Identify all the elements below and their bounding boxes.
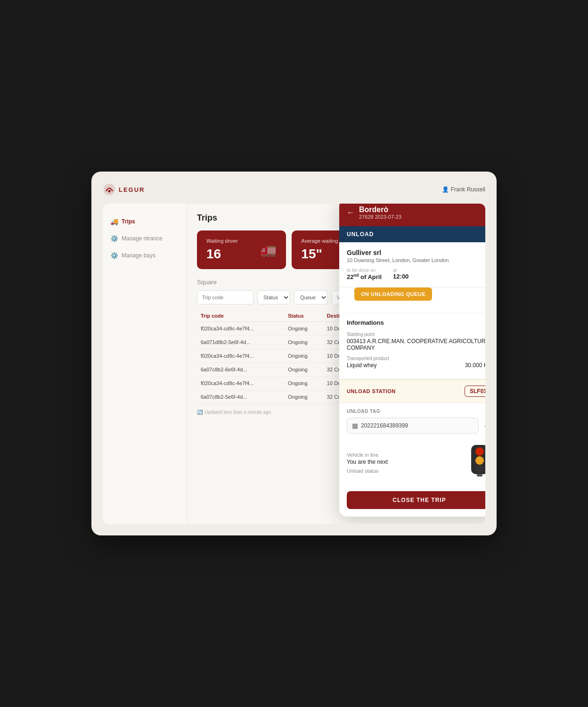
trip-code-input[interactable]	[197, 290, 253, 304]
informations-label: Informations	[347, 319, 384, 326]
company-name: Gulliver srl	[347, 249, 449, 256]
barcode-display: ▦ 202221684389399	[347, 418, 479, 434]
transported-product-label: Transported product	[347, 356, 485, 361]
cell-status: Ongoing	[284, 322, 323, 336]
time-label: at	[393, 268, 408, 273]
bordero-title: Borderò	[359, 206, 401, 214]
informations-section: Informations ∨ Starting point 003413 A.R…	[339, 313, 485, 379]
user-name: Frank Russell	[451, 186, 485, 193]
stat-card-waiting-driver: Waiting driver 16 🚛	[197, 230, 286, 269]
trips-icon: 🚚	[110, 218, 118, 225]
refresh-icon: 🔄	[197, 410, 203, 415]
cell-code: f020ca34-cd9c-4e7f4...	[197, 349, 284, 363]
logo-area: LEGUR	[103, 183, 145, 196]
barcode-icon: ▦	[352, 422, 358, 429]
sidebar-bays-label: Manage bays	[122, 252, 155, 259]
cell-status: Ongoing	[284, 336, 323, 349]
user-info: 👤 Frank Russell	[442, 186, 485, 193]
status-filter[interactable]: Status	[257, 290, 290, 304]
cell-code: f020ca34-cd9c-4e7f4...	[197, 322, 284, 336]
main-layout: 🚚 Trips ⚙️ Manage ntrance ⚙️ Manage bays…	[103, 204, 485, 524]
barcode-value: 202221684389399	[361, 422, 408, 429]
unload-station-section: UNLOAD STATION SLF01	[339, 379, 485, 403]
bays-icon: ⚙️	[110, 252, 118, 259]
transported-product-row: Transported product Liquid whey 30.000 K…	[347, 356, 485, 369]
truck-icon: 🚛	[260, 242, 277, 258]
cell-status: Ongoing	[284, 377, 323, 390]
app-name: LEGUR	[119, 186, 145, 193]
unload-tag-label: UNLOAD TAG	[347, 409, 485, 414]
starting-point-label: Starting point	[347, 332, 485, 337]
cell-code: f020ca34-cd9c-4e7f4...	[197, 377, 284, 390]
sidebar: 🚚 Trips ⚙️ Manage ntrance ⚙️ Manage bays	[103, 204, 188, 524]
bordero-panel: ← Borderò 27628 2023-07-23 UNLOAD Gulliv…	[339, 204, 485, 517]
starting-point-row: Starting point 003413 A.R.CRE.MAN. COOPE…	[347, 332, 485, 351]
svg-point-1	[108, 190, 110, 192]
sidebar-item-trips[interactable]: 🚚 Trips	[103, 213, 187, 230]
cell-code: 6a07c8b2-5e6f-4d...	[197, 390, 284, 404]
waiting-driver-label: Waiting driver	[206, 238, 238, 244]
company-section: Gulliver srl 10 Downing Street, London, …	[339, 242, 485, 288]
date-label: to be done on	[347, 268, 382, 273]
sidebar-item-manage-bays[interactable]: ⚙️ Manage bays	[103, 247, 187, 264]
queue-filter[interactable]: Queue	[294, 290, 328, 304]
product-weight: 30.000 KG	[465, 362, 485, 369]
vehicle-line-label: Vehicle in line	[347, 452, 388, 458]
sidebar-entrance-label: Manage ntrance	[122, 235, 163, 242]
bordero-subtitle: 27628 2023-07-23	[359, 214, 401, 220]
sidebar-trips-label: Trips	[122, 218, 135, 225]
svg-point-4	[475, 456, 484, 465]
traffic-light-icon	[467, 444, 485, 482]
cell-status: Ongoing	[284, 390, 323, 404]
vehicle-next-text: You are the next	[347, 459, 388, 465]
col-header-trip-code: Trip code	[197, 310, 284, 322]
svg-point-3	[475, 447, 484, 456]
unload-section-header: UNLOAD	[339, 226, 485, 242]
waiting-driver-value: 16	[206, 247, 238, 262]
cell-status: Ongoing	[284, 363, 323, 377]
station-code-badge: SLF01	[465, 386, 485, 397]
barcode-submit-button[interactable]: →	[482, 420, 485, 431]
svg-point-5	[475, 465, 484, 474]
unload-status-label: Unload status	[347, 468, 388, 474]
top-bar: LEGUR 👤 Frank Russell	[103, 183, 485, 196]
cell-code: 6a071d8b2-5e6f-4d...	[197, 336, 284, 349]
company-address: 10 Downing Street, London, Greater Londo…	[347, 257, 449, 263]
content-area: Trips Waiting driver 16 🚛 Average waitin…	[188, 204, 485, 524]
col-header-status: Status	[284, 310, 323, 322]
cell-code: 6a07c8b2-6e6f-4d...	[197, 363, 284, 377]
informations-toggle[interactable]: Informations ∨	[347, 313, 485, 332]
logo-icon	[103, 183, 116, 196]
bordero-header: ← Borderò 27628 2023-07-23	[339, 204, 485, 226]
date-value: 22nd of April	[347, 273, 382, 280]
back-button[interactable]: ←	[347, 208, 354, 217]
close-trip-button[interactable]: CLOSE THE TRIP	[347, 491, 485, 509]
starting-point-value: 003413 A.R.CRE.MAN. COOPERATIVE AGRICOLT…	[347, 338, 485, 351]
cell-status: Ongoing	[284, 349, 323, 363]
time-value: 12:00	[393, 273, 408, 280]
product-name: Liquid whey	[347, 362, 376, 369]
entrance-icon: ⚙️	[110, 235, 118, 242]
svg-rect-6	[477, 474, 482, 477]
queue-status-badge: ON UNLOADING QUEUE	[354, 288, 432, 301]
sidebar-item-manage-entrance[interactable]: ⚙️ Manage ntrance	[103, 230, 187, 247]
unload-station-label: UNLOAD STATION	[347, 388, 396, 394]
svg-point-0	[104, 184, 115, 196]
vehicle-line-section: Vehicle in line You are the next Unload …	[339, 439, 485, 486]
unload-tag-section: UNLOAD TAG ▦ 202221684389399 →	[339, 403, 485, 439]
